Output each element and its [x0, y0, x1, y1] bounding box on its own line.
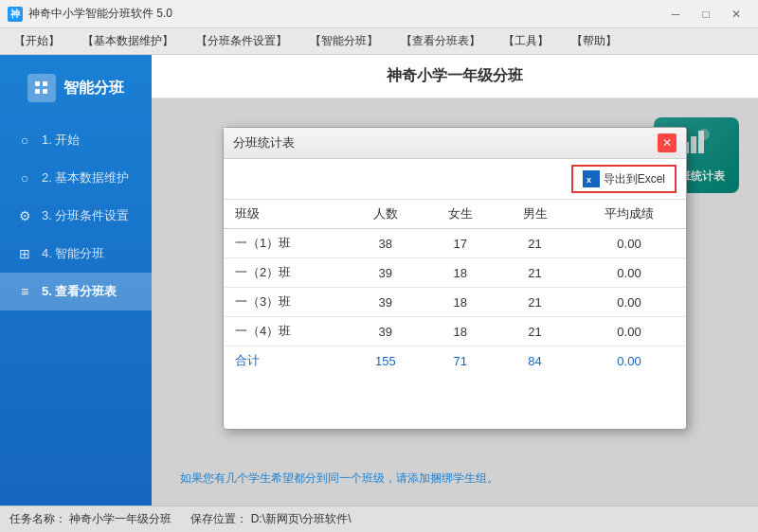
export-excel-button[interactable]: x 导出到Excel — [571, 165, 677, 193]
col-header-total: 人数 — [348, 200, 423, 229]
sidebar-item-smart[interactable]: ⊞ 4. 智能分班 — [0, 235, 152, 273]
menu-bar: 【开始】 【基本数据维护】 【分班条件设置】 【智能分班】 【查看分班表】 【工… — [0, 28, 758, 55]
main-content: 智能分班 ○ 1. 开始 ○ 2. 基本数据维护 ⚙ 3. 分班条件设置 ⊞ 4… — [0, 55, 758, 505]
cell-male-3: 21 — [497, 288, 572, 317]
stats-table: 班级 人数 女生 男生 平均成绩 一（1）班 38 17 — [224, 200, 686, 375]
logo-dot-3 — [35, 89, 40, 94]
view-icon: ≡ — [15, 282, 34, 301]
menu-conditions[interactable]: 【分班条件设置】 — [186, 29, 298, 53]
window-controls: ─ □ ✕ — [661, 5, 750, 24]
cell-avg-2: 0.00 — [572, 258, 686, 288]
col-header-class: 班级 — [224, 200, 348, 229]
sidebar-logo — [27, 74, 56, 102]
excel-icon: x — [583, 170, 600, 187]
modal-title-bar: 分班统计表 ✕ — [224, 128, 686, 159]
cell-avg-3: 0.00 — [572, 288, 686, 317]
cell-class-2: 一（2）班 — [224, 258, 348, 288]
cell-total-male: 84 — [497, 346, 572, 376]
table-total-row: 合计 155 71 84 0.00 — [224, 346, 686, 376]
save-label: 保存位置： D:\新网页\分班软件\ — [190, 511, 351, 527]
cell-class-1: 一（1）班 — [224, 229, 348, 258]
logo-dot-1 — [35, 81, 40, 86]
cell-total-female: 71 — [423, 346, 497, 376]
content-title: 神奇小学一年级分班 — [387, 67, 523, 83]
cell-male-1: 21 — [497, 229, 572, 258]
content-area: 神奇小学一年级分班 分班统计表 — [152, 55, 758, 505]
task-label: 任务名称： 神奇小学一年级分班 — [9, 511, 171, 527]
cell-total-2: 39 — [348, 258, 423, 288]
cell-class-4: 一（4）班 — [224, 317, 348, 346]
excel-btn-label: 导出到Excel — [604, 171, 665, 187]
save-value: D:\新网页\分班软件\ — [251, 512, 352, 525]
cell-total-avg: 0.00 — [572, 346, 686, 376]
app-title: 神奇中小学智能分班软件 5.0 — [28, 6, 172, 22]
table-row: 一（2）班 39 18 21 0.00 — [224, 258, 686, 288]
cell-avg-4: 0.00 — [572, 317, 686, 346]
modal-overlay: 分班统计表 ✕ x 导出到Excel — [152, 98, 758, 505]
sidebar-title: 智能分班 — [63, 79, 124, 98]
modal-title: 分班统计表 — [233, 134, 295, 151]
sidebar-label-smart: 4. 智能分班 — [42, 245, 104, 262]
sidebar-item-view[interactable]: ≡ 5. 查看分班表 — [0, 273, 152, 310]
sidebar-label-start: 1. 开始 — [42, 132, 80, 149]
modal-toolbar: x 导出到Excel — [224, 159, 686, 200]
cell-female-2: 18 — [423, 258, 497, 288]
menu-start[interactable]: 【开始】 — [4, 29, 70, 53]
cell-total-1: 38 — [348, 229, 423, 258]
sidebar-label-conditions: 3. 分班条件设置 — [42, 207, 129, 224]
table-row: 一（3）班 39 18 21 0.00 — [224, 288, 686, 317]
col-header-male: 男生 — [497, 200, 572, 229]
cell-total-label: 合计 — [224, 346, 348, 376]
start-icon: ○ — [15, 131, 34, 150]
sidebar-label-data: 2. 基本数据维护 — [42, 169, 129, 186]
col-header-female: 女生 — [423, 200, 497, 229]
sidebar-header: 智能分班 — [27, 64, 124, 121]
sidebar: 智能分班 ○ 1. 开始 ○ 2. 基本数据维护 ⚙ 3. 分班条件设置 ⊞ 4… — [0, 55, 152, 505]
title-bar: 神 神奇中小学智能分班软件 5.0 ─ □ ✕ — [0, 0, 758, 28]
menu-smart[interactable]: 【智能分班】 — [299, 29, 388, 53]
sidebar-label-view: 5. 查看分班表 — [42, 283, 117, 300]
cell-total-3: 39 — [348, 288, 423, 317]
content-header: 神奇小学一年级分班 — [152, 55, 758, 98]
table-header-row: 班级 人数 女生 男生 平均成绩 — [224, 200, 686, 229]
cell-class-3: 一（3）班 — [224, 288, 348, 317]
cell-female-1: 17 — [423, 229, 497, 258]
table-row: 一（4）班 39 18 21 0.00 — [224, 317, 686, 346]
menu-help[interactable]: 【帮助】 — [561, 29, 627, 53]
cell-female-4: 18 — [423, 317, 497, 346]
sidebar-nav: ○ 1. 开始 ○ 2. 基本数据维护 ⚙ 3. 分班条件设置 ⊞ 4. 智能分… — [0, 121, 152, 310]
app-icon: 神 — [8, 7, 23, 22]
sidebar-item-conditions[interactable]: ⚙ 3. 分班条件设置 — [0, 197, 152, 235]
data-icon: ○ — [15, 168, 34, 187]
cell-avg-1: 0.00 — [572, 229, 686, 258]
menu-view[interactable]: 【查看分班表】 — [390, 29, 491, 53]
sidebar-item-data[interactable]: ○ 2. 基本数据维护 — [0, 159, 152, 197]
maximize-button[interactable]: □ — [692, 5, 720, 24]
sidebar-item-start[interactable]: ○ 1. 开始 — [0, 121, 152, 159]
task-value: 神奇小学一年级分班 — [69, 512, 171, 525]
logo-dot-4 — [43, 89, 47, 94]
content-body: 分班统计表 分班统计表 ✕ — [152, 98, 758, 505]
stats-modal: 分班统计表 ✕ x 导出到Excel — [223, 127, 687, 430]
col-header-avg: 平均成绩 — [572, 200, 686, 229]
smart-icon: ⊞ — [15, 244, 34, 263]
menu-data[interactable]: 【基本数据维护】 — [72, 29, 184, 53]
table-row: 一（1）班 38 17 21 0.00 — [224, 229, 686, 258]
cell-grand-total: 155 — [348, 346, 423, 376]
cell-total-4: 39 — [348, 317, 423, 346]
cell-female-3: 18 — [423, 288, 497, 317]
conditions-icon: ⚙ — [15, 206, 34, 225]
minimize-button[interactable]: ─ — [661, 5, 690, 24]
menu-tools[interactable]: 【工具】 — [493, 29, 559, 53]
logo-grid — [35, 81, 48, 95]
status-bar: 任务名称： 神奇小学一年级分班 保存位置： D:\新网页\分班软件\ — [0, 505, 758, 532]
svg-text:x: x — [587, 175, 591, 185]
title-bar-left: 神 神奇中小学智能分班软件 5.0 — [8, 6, 172, 22]
close-button[interactable]: ✕ — [722, 5, 750, 24]
modal-close-button[interactable]: ✕ — [658, 133, 677, 152]
logo-dot-2 — [43, 81, 47, 86]
cell-male-4: 21 — [497, 317, 572, 346]
cell-male-2: 21 — [497, 258, 572, 288]
